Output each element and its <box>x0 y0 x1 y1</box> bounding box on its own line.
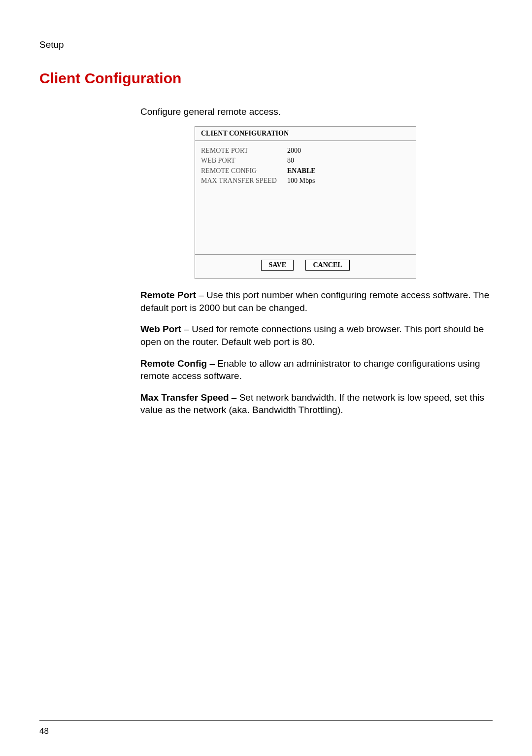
dialog-value[interactable]: ENABLE <box>287 166 316 176</box>
def-remote-port: Remote Port – Use this port number when … <box>140 289 493 314</box>
page-number: 48 <box>39 726 493 736</box>
save-button[interactable]: SAVE <box>261 260 294 271</box>
def-term: Remote Port <box>140 290 196 300</box>
dialog-label: WEB PORT <box>201 156 287 166</box>
dialog-label: MAX TRANSFER SPEED <box>201 176 287 186</box>
def-remote-config: Remote Config – Enable to allow an admin… <box>140 357 493 382</box>
dialog-row-web-port: WEB PORT 80 <box>201 156 410 166</box>
def-max-transfer: Max Transfer Speed – Set network bandwid… <box>140 391 493 416</box>
header-section: Setup <box>39 39 493 50</box>
footer-divider <box>39 720 493 721</box>
intro-text: Configure general remote access. <box>140 106 493 117</box>
dialog-buttons: SAVE CANCEL <box>195 255 416 278</box>
dialog-label: REMOTE PORT <box>201 146 287 156</box>
def-term: Max Transfer Speed <box>140 392 229 403</box>
footer: 48 <box>39 720 493 736</box>
page-title: Client Configuration <box>39 70 493 87</box>
dialog-row-remote-port: REMOTE PORT 2000 <box>201 146 410 156</box>
def-term: Remote Config <box>140 358 207 369</box>
dialog-value[interactable]: 2000 <box>287 146 301 156</box>
dialog-body: REMOTE PORT 2000 WEB PORT 80 REMOTE CONF… <box>195 141 416 255</box>
dialog-row-max-transfer: MAX TRANSFER SPEED 100 Mbps <box>201 176 410 186</box>
dialog-row-remote-config: REMOTE CONFIG ENABLE <box>201 166 410 176</box>
dialog-value[interactable]: 80 <box>287 156 294 166</box>
client-config-dialog: CLIENT CONFIGURATION REMOTE PORT 2000 WE… <box>195 126 416 279</box>
dialog-value[interactable]: 100 Mbps <box>287 176 315 186</box>
dialog-title: CLIENT CONFIGURATION <box>195 127 416 141</box>
cancel-button[interactable]: CANCEL <box>305 260 349 271</box>
dialog-label: REMOTE CONFIG <box>201 166 287 176</box>
def-web-port: Web Port – Used for remote connections u… <box>140 323 493 348</box>
definitions: Remote Port – Use this port number when … <box>140 289 493 416</box>
def-term: Web Port <box>140 324 181 334</box>
def-text: – Used for remote connections using a we… <box>140 324 484 347</box>
